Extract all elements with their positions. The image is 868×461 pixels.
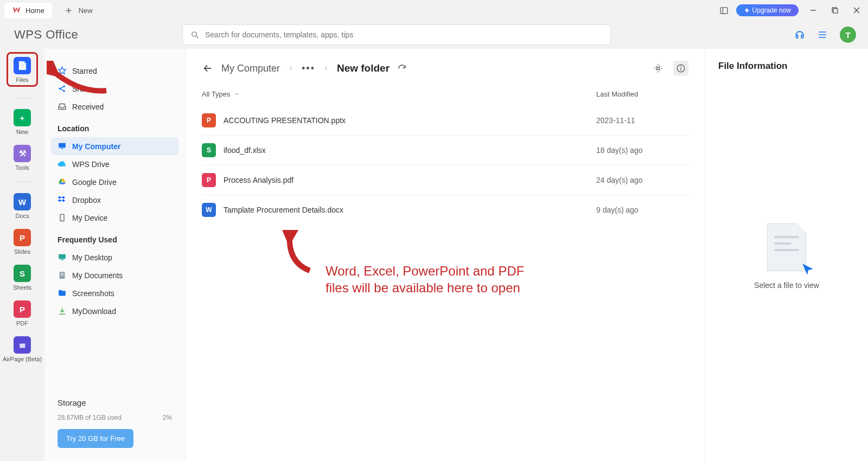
col-types[interactable]: All Types xyxy=(202,90,240,98)
tab-home[interactable]: Home xyxy=(4,3,52,18)
download-icon xyxy=(58,306,67,316)
sidebar-item-google-drive[interactable]: Google Drive xyxy=(51,173,178,191)
sidebar-item-label: My Documents xyxy=(72,271,123,280)
chevron-right-icon xyxy=(323,65,329,72)
search-container xyxy=(182,24,611,45)
docs-icon: W xyxy=(14,193,31,210)
cursor-icon xyxy=(801,262,815,277)
column-header: All Types Last Modified xyxy=(202,87,688,106)
tab-new-label: New xyxy=(79,7,93,15)
rail-item-pdf[interactable]: PPDF xyxy=(14,300,31,326)
rail-item-tools[interactable]: ⚒Tools xyxy=(14,145,31,171)
storage-percent: 2% xyxy=(163,414,172,421)
wps-logo-icon xyxy=(12,6,21,15)
file-row[interactable]: Sifood_df.xlsx18 day(s) ago xyxy=(202,136,688,165)
upgrade-button[interactable]: Upgrade now xyxy=(736,4,799,16)
file-row[interactable]: PProcess Analysis.pdf24 day(s) ago xyxy=(202,165,688,195)
rail-item-files[interactable]: 📄Files xyxy=(7,52,38,87)
app-logo: WPS Office xyxy=(9,28,182,42)
storage-block: Storage 28.67MB of 1GB used 2% Try 20 GB… xyxy=(51,392,178,454)
file-row[interactable]: PACCOUTING PRESENTATION.pptx2023-11-11 xyxy=(202,106,688,136)
file-name: ifood_df.xlsx xyxy=(224,146,596,155)
rail-label: PDF xyxy=(16,320,28,326)
sidebar-item-label: Google Drive xyxy=(72,178,117,187)
sidebar-item-received[interactable]: Received xyxy=(51,98,178,116)
sidebar-item-my-computer[interactable]: My Computer xyxy=(51,137,178,155)
file-modified: 9 day(s) ago xyxy=(596,206,688,214)
sidebar-item-screenshots[interactable]: Screenshots xyxy=(51,284,178,302)
header-right: T xyxy=(794,27,859,43)
rail-label: AirPage (Beta) xyxy=(3,356,42,362)
headset-icon[interactable] xyxy=(794,29,805,40)
back-icon[interactable] xyxy=(202,62,214,74)
sidebar-item-dropbox[interactable]: Dropbox xyxy=(51,191,178,209)
rail-item-airpage[interactable]: ≣AirPage (Beta) xyxy=(3,336,42,362)
sidebar-item-mydownload[interactable]: MyDownload xyxy=(51,302,178,320)
file-area: My Computer ••• New folder All Types Las… xyxy=(186,49,705,461)
avatar[interactable]: T xyxy=(840,27,856,43)
pdf-icon: P xyxy=(14,300,31,318)
info-icon[interactable] xyxy=(673,61,688,76)
sheets-icon: S xyxy=(14,265,31,282)
info-panel: File Information Select a file to view xyxy=(705,49,868,461)
sidebar-item-label: Screenshots xyxy=(72,289,114,298)
col-modified[interactable]: Last Modified xyxy=(596,90,688,98)
sidebar-item-wps-drive[interactable]: WPS Drive xyxy=(51,155,178,173)
sidebar-item-my-device[interactable]: My Device xyxy=(51,209,178,227)
slides-icon: P xyxy=(14,229,31,246)
breadcrumb-ellipsis[interactable]: ••• xyxy=(302,63,315,74)
refresh-icon[interactable] xyxy=(397,63,407,73)
sidebar-item-label: Received xyxy=(72,103,104,111)
minimize-button[interactable] xyxy=(806,3,820,17)
cloud-icon xyxy=(58,159,67,169)
file-type-icon: S xyxy=(202,143,216,157)
breadcrumb-current: New folder xyxy=(337,62,390,74)
search-box[interactable] xyxy=(182,24,611,45)
settings-icon[interactable] xyxy=(650,61,666,76)
maximize-button[interactable] xyxy=(828,3,842,17)
sidebar-item-my-documents[interactable]: My Documents xyxy=(51,266,178,284)
svg-rect-17 xyxy=(61,273,64,274)
rail-item-slides[interactable]: PSlides xyxy=(14,229,31,255)
rail-item-docs[interactable]: WDocs xyxy=(14,193,31,219)
sidebar-item-my-desktop[interactable]: My Desktop xyxy=(51,248,178,266)
tab-new[interactable]: New xyxy=(59,3,98,18)
upgrade-label: Upgrade now xyxy=(752,7,791,14)
search-input[interactable] xyxy=(205,30,603,39)
svg-rect-11 xyxy=(61,148,63,149)
sidebar-item-label: Starred xyxy=(72,67,97,75)
dropbox-icon xyxy=(58,195,67,204)
sidebar-item-share[interactable]: Share xyxy=(51,80,178,98)
svg-rect-18 xyxy=(61,275,64,276)
rail-item-new[interactable]: +New xyxy=(14,109,31,135)
content-area: My Computer ••• New folder All Types Las… xyxy=(186,49,868,461)
sidebar-item-label: My Device xyxy=(72,214,107,222)
svg-rect-0 xyxy=(720,7,727,13)
sidebar: StarredShareReceived Location My Compute… xyxy=(44,49,186,461)
monitor-icon xyxy=(58,142,67,151)
breadcrumb: My Computer ••• New folder xyxy=(202,61,688,76)
svg-point-19 xyxy=(657,67,660,70)
close-button[interactable] xyxy=(850,3,864,17)
info-panel-title: File Information xyxy=(718,61,855,72)
gdrive-icon xyxy=(58,177,67,187)
left-rail: 📄Files+New⚒ToolsWDocsPSlidesSSheetsPPDF≣… xyxy=(0,49,44,461)
menu-icon[interactable] xyxy=(817,29,828,40)
rail-label: Files xyxy=(16,76,28,83)
rail-label: Slides xyxy=(14,248,30,255)
sidebar-item-starred[interactable]: Starred xyxy=(51,62,178,80)
titlebar-right: Upgrade now xyxy=(719,3,864,17)
rail-item-sheets[interactable]: SSheets xyxy=(13,265,31,291)
breadcrumb-root[interactable]: My Computer xyxy=(221,63,280,74)
file-row[interactable]: WTamplate Procurement Details.docx9 day(… xyxy=(202,195,688,225)
storage-cta-button[interactable]: Try 20 GB for Free xyxy=(58,429,133,448)
header-row: WPS Office T xyxy=(0,21,868,49)
tools-icon: ⚒ xyxy=(14,145,31,162)
rail-label: Docs xyxy=(15,213,29,219)
rail-label: Tools xyxy=(15,164,29,171)
sidebar-toggle-icon[interactable] xyxy=(719,6,729,15)
file-type-icon: P xyxy=(202,173,216,187)
rail-label: Sheets xyxy=(13,284,31,291)
storage-usage-row: 28.67MB of 1GB used 2% xyxy=(58,414,172,421)
svg-rect-15 xyxy=(61,259,64,260)
